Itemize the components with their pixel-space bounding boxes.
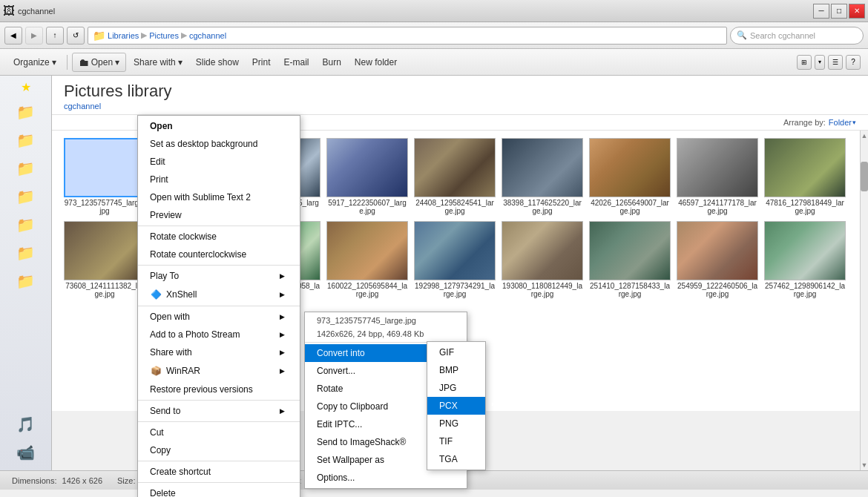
toolbar-separator-1: [67, 55, 68, 70]
thumbnail-item-t13[interactable]: 160022_1205695844_large.jpg: [326, 221, 408, 298]
arrange-dropdown-icon[interactable]: ▾: [852, 119, 856, 126]
ctx-share-with[interactable]: Share with ▶: [138, 343, 300, 361]
ctx-format-jpg[interactable]: JPG: [427, 379, 485, 397]
scroll-thumb[interactable]: [861, 162, 868, 191]
thumbnail-item-t10[interactable]: 73608_1241111382_large.jpg: [64, 221, 145, 298]
sidebar-item-2[interactable]: 📁: [11, 127, 41, 154]
breadcrumb-cgchannel[interactable]: cgchannel: [189, 31, 226, 40]
thumbnail-item-t14[interactable]: 192998_1279734291_large.jpg: [414, 221, 496, 298]
thumbnail-item-t15[interactable]: 193080_1180812449_large.jpg: [502, 221, 583, 298]
ctx-restore-versions[interactable]: Restore previous versions: [138, 381, 300, 398]
ctx-edit[interactable]: Edit: [138, 153, 300, 171]
ctx-xnshell[interactable]: 🔷XnShell ▶: [138, 285, 300, 304]
thumbnail-label-t5: 24408_1295824541_large.jpg: [414, 199, 496, 215]
ctx-format-tga[interactable]: TGA: [427, 450, 485, 468]
thumbnail-image-t10: [64, 221, 145, 280]
ctx-open-sublime[interactable]: Open with Sublime Text 2: [138, 188, 300, 206]
xnshell-icon: 🔷: [150, 289, 162, 300]
sidebar-item-video[interactable]: 📹: [11, 439, 41, 466]
thumbnail-item-t4[interactable]: 5917_1222350607_large.jpg: [326, 138, 408, 215]
sidebar-item-1[interactable]: 📁: [11, 99, 41, 125]
ctx-rotate-cw[interactable]: Rotate clockwise: [138, 228, 300, 246]
view-details-icon[interactable]: ☰: [828, 55, 843, 70]
open-button[interactable]: 🖿 Open ▾: [72, 53, 126, 72]
thumbnail-item-t6[interactable]: 38398_1174625220_large.jpg: [502, 138, 583, 215]
thumbnail-item-t9[interactable]: 47816_1279818449_large.jpg: [764, 138, 846, 215]
library-subtitle[interactable]: cgchannel: [64, 102, 101, 111]
minimize-button[interactable]: ─: [813, 4, 829, 19]
thumbnail-item-t1[interactable]: 973_1235757745_large.jpg: [64, 138, 145, 215]
ctx-winrar[interactable]: 📦WinRAR ▶: [138, 361, 300, 381]
ctx-play-to[interactable]: Play To ▶: [138, 267, 300, 285]
content-header: Pictures library cgchannel: [52, 76, 868, 115]
ctx-format-tif[interactable]: TIF: [427, 432, 485, 450]
thumbnail-label-t17: 254959_1222460506_large.jpg: [677, 282, 758, 298]
back-button[interactable]: ◀: [4, 27, 22, 45]
xnshell-filename: 973_1235757745_large.jpg: [305, 314, 467, 327]
ctx-copy[interactable]: Copy: [138, 441, 300, 459]
ctx-preview[interactable]: Preview: [138, 206, 300, 224]
ctx-open[interactable]: Open: [138, 117, 300, 135]
forward-button[interactable]: ▶: [25, 27, 43, 45]
refresh-button[interactable]: ↺: [67, 27, 85, 45]
ctx-add-photo-stream[interactable]: Add to a Photo Stream ▶: [138, 326, 300, 343]
ctx-delete[interactable]: Delete: [138, 484, 300, 497]
ctx-open-with[interactable]: Open with ▶: [138, 308, 300, 326]
ctx-format-gif[interactable]: GIF: [427, 343, 485, 361]
thumbnail-item-t7[interactable]: 42026_1265649007_large.jpg: [589, 138, 671, 215]
maximize-button[interactable]: □: [831, 4, 847, 19]
sidebar-item-4[interactable]: 📁: [11, 183, 41, 210]
share-with-button[interactable]: Share with ▾: [128, 53, 188, 72]
arrange-value[interactable]: Folder: [829, 118, 852, 127]
favorites-star-icon: ★: [21, 81, 31, 93]
thumbnail-image-t17: [677, 221, 758, 280]
sidebar-item-3[interactable]: 📁: [11, 155, 41, 182]
close-button[interactable]: ✕: [849, 4, 865, 19]
new-folder-button[interactable]: New folder: [349, 53, 403, 72]
ctx-set-desktop[interactable]: Set as desktop background: [138, 135, 300, 153]
ctx-print[interactable]: Print: [138, 171, 300, 188]
breadcrumb[interactable]: 📁 Libraries ▶ Pictures ▶ cgchannel: [88, 27, 727, 45]
sidebar: ★ 📁 📁 📁 📁 📁 📁 📁 🎵 📹: [0, 76, 52, 470]
ctx-format-bmp[interactable]: BMP: [427, 361, 485, 379]
burn-button[interactable]: Burn: [317, 53, 347, 72]
sidebar-item-5[interactable]: 📁: [11, 211, 41, 238]
up-button[interactable]: ↑: [46, 27, 64, 45]
ctx-sep-4: [138, 400, 300, 401]
thumbnail-item-t17[interactable]: 254959_1222460506_large.jpg: [677, 221, 758, 298]
search-box[interactable]: 🔍 Search cgchannel: [730, 27, 864, 45]
thumbnail-item-t8[interactable]: 46597_1241177178_large.jpg: [677, 138, 758, 215]
slideshow-label: Slide show: [196, 57, 239, 68]
breadcrumb-libraries[interactable]: Libraries: [108, 31, 139, 40]
thumbnail-item-t5[interactable]: 24408_1295824541_large.jpg: [414, 138, 496, 215]
share-dropdown-icon: ▾: [178, 57, 183, 68]
ctx-cut[interactable]: Cut: [138, 424, 300, 441]
sidebar-item-7[interactable]: 📁: [11, 268, 41, 294]
sidebar-item-6[interactable]: 📁: [11, 240, 41, 266]
scrollbar[interactable]: ▲ ▼: [860, 131, 868, 470]
ctx-sep-5: [138, 421, 300, 422]
new-folder-label: New folder: [355, 57, 397, 68]
ctx-send-to[interactable]: Send to ▶: [138, 402, 300, 420]
thumbnail-item-t18[interactable]: 257462_1298906142_large.jpg: [764, 221, 846, 298]
ctx-format-pcx[interactable]: PCX ↖: [427, 397, 485, 415]
print-button[interactable]: Print: [246, 53, 277, 72]
breadcrumb-pictures[interactable]: Pictures: [149, 31, 179, 40]
organize-button[interactable]: Organize ▾: [7, 53, 62, 72]
ctx-rotate-ccw[interactable]: Rotate counterclockwise: [138, 246, 300, 263]
ctx-sep-1: [138, 226, 300, 226]
view-large-icon[interactable]: ⊞: [797, 55, 812, 70]
help-button[interactable]: ?: [846, 55, 861, 70]
ctx-create-shortcut[interactable]: Create shortcut: [138, 463, 300, 481]
ctx-sep-6: [138, 461, 300, 461]
view-dropdown[interactable]: ▾: [815, 55, 825, 70]
thumbnail-label-t6: 38398_1174625220_large.jpg: [502, 199, 583, 215]
slideshow-button[interactable]: Slide show: [190, 53, 245, 72]
thumbnail-item-t16[interactable]: 251410_1287158433_large.jpg: [589, 221, 671, 298]
ctx-options[interactable]: Options...: [305, 469, 467, 487]
thumbnail-label-t9: 47816_1279818449_large.jpg: [764, 199, 846, 215]
email-button[interactable]: E-mail: [277, 53, 315, 72]
sidebar-item-music[interactable]: 🎵: [11, 411, 41, 438]
share-with-label: Share with: [134, 57, 176, 68]
ctx-format-png[interactable]: PNG: [427, 415, 485, 432]
